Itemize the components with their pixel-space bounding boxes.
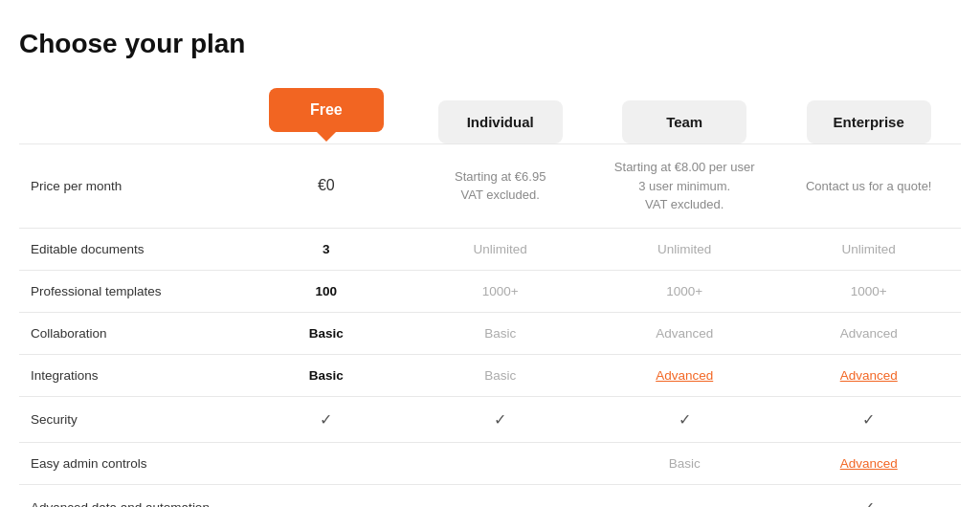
collaboration-enterprise: Advanced (776, 312, 961, 354)
team-plan-label[interactable]: Team (622, 100, 746, 143)
integrations-label: Integrations (19, 354, 244, 396)
collaboration-individual: Basic (408, 312, 592, 354)
templates-team: 1000+ (592, 270, 777, 312)
price-row: Price per month €0 Starting at €6.95VAT … (19, 144, 961, 229)
security-individual-check: ✓ (494, 411, 506, 428)
editable-docs-enterprise: Unlimited (776, 228, 961, 270)
integrations-individual: Basic (408, 354, 592, 396)
price-individual: Starting at €6.95VAT excluded. (408, 144, 592, 229)
price-team: Starting at €8.00 per user3 user minimum… (592, 144, 777, 229)
pricing-page: Choose your plan Free Individual (0, 0, 980, 507)
templates-label: Professional templates (19, 270, 244, 312)
price-free: €0 (244, 144, 408, 229)
editable-docs-free: 3 (244, 228, 408, 270)
feature-column-header (19, 88, 244, 144)
security-enterprise-check: ✓ (862, 411, 875, 428)
automation-label: Advanced data and automation (19, 484, 244, 507)
integrations-team[interactable]: Advanced (592, 354, 777, 396)
admin-individual (408, 442, 592, 484)
enterprise-plan-header: Enterprise (776, 88, 961, 144)
pricing-table: Free Individual Team Enterprise Price pe… (19, 88, 961, 507)
page-title: Choose your plan (19, 29, 961, 59)
integrations-free: Basic (244, 354, 408, 396)
editable-docs-team: Unlimited (592, 228, 777, 270)
admin-free (244, 442, 408, 484)
collaboration-free: Basic (244, 312, 408, 354)
admin-enterprise[interactable]: Advanced (776, 442, 961, 484)
security-enterprise: ✓ (776, 396, 961, 442)
editable-docs-row: Editable documents 3 Unlimited Unlimited… (19, 228, 961, 270)
individual-plan-header: Individual (408, 88, 592, 144)
security-individual: ✓ (408, 396, 592, 442)
automation-team (592, 484, 777, 507)
security-free: ✓ (244, 396, 408, 442)
admin-row: Easy admin controls Basic Advanced (19, 442, 961, 484)
admin-team: Basic (592, 442, 777, 484)
collaboration-label: Collaboration (19, 312, 244, 354)
security-team: ✓ (592, 396, 777, 442)
automation-free (244, 484, 408, 507)
security-row: Security ✓ ✓ ✓ ✓ (19, 396, 961, 442)
integrations-enterprise[interactable]: Advanced (776, 354, 961, 396)
security-team-check: ✓ (679, 411, 691, 428)
templates-row: Professional templates 100 1000+ 1000+ 1… (19, 270, 961, 312)
editable-docs-label: Editable documents (19, 228, 244, 270)
automation-row: Advanced data and automation ✓ (19, 484, 961, 507)
admin-label: Easy admin controls (19, 442, 244, 484)
automation-individual (408, 484, 592, 507)
security-label: Security (19, 396, 244, 442)
enterprise-plan-label[interactable]: Enterprise (807, 100, 931, 143)
security-free-check: ✓ (320, 411, 332, 428)
team-plan-header: Team (592, 88, 777, 144)
templates-individual: 1000+ (408, 270, 592, 312)
templates-free: 100 (244, 270, 408, 312)
automation-enterprise: ✓ (776, 484, 961, 507)
templates-enterprise: 1000+ (776, 270, 961, 312)
free-plan-label[interactable]: Free (269, 88, 384, 132)
price-enterprise: Contact us for a quote! (776, 144, 961, 229)
editable-docs-individual: Unlimited (408, 228, 592, 270)
free-plan-header: Free (244, 88, 408, 144)
individual-plan-label[interactable]: Individual (438, 100, 563, 143)
automation-enterprise-check: ✓ (862, 499, 875, 508)
integrations-row: Integrations Basic Basic Advanced Advanc… (19, 354, 961, 396)
collaboration-row: Collaboration Basic Basic Advanced Advan… (19, 312, 961, 354)
price-label: Price per month (19, 144, 244, 229)
collaboration-team: Advanced (592, 312, 777, 354)
